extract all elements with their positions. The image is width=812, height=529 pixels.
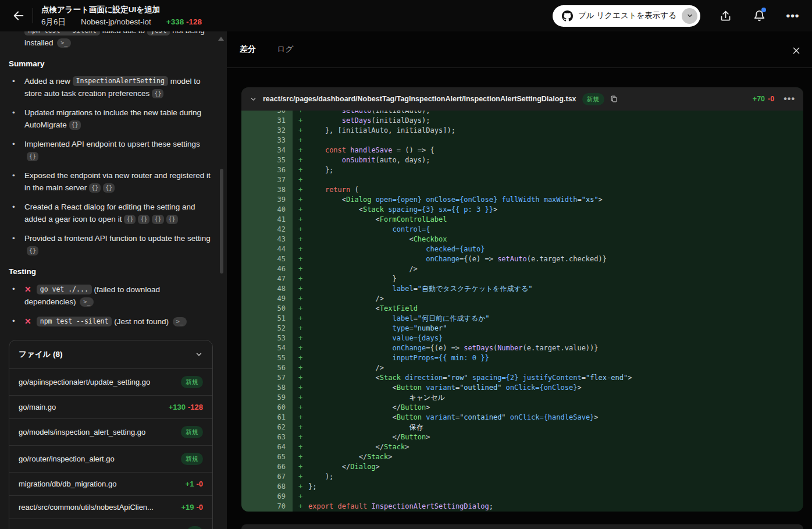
diff-added-marker: + [293,235,308,244]
diff-added-marker: + [293,244,308,254]
code-diff-area[interactable]: 30+ setAuto(initialAuto);31+ setDays(ini… [241,111,803,512]
diff-line: 50+ <TextField [241,304,803,314]
file-row[interactable]: go/apiinspectionalert/update_setting.go新… [9,368,212,395]
code-chip: InspectionAlertSetting [73,76,168,86]
code-text: setDays(initialDays); [308,116,803,126]
diff-added-marker: + [293,155,308,165]
terminal-log-icon[interactable]: >_ [80,297,94,307]
list-item: •✕go vet ./... (failed to download depen… [9,283,213,308]
list-item: •Updated migrations to include the new t… [9,107,213,131]
close-panel-button[interactable] [790,44,803,57]
total-deletions: -128 [186,17,202,26]
new-file-badge: 新規 [187,526,203,529]
diff-file-header[interactable]: react/src/pages/dashboard/NobestTag/TagI… [241,87,803,111]
line-number: 57 [241,373,293,383]
failed-x-icon: ✕ [24,285,31,294]
code-text: inputProps={{ min: 0 }} [308,353,803,363]
diff-line: 66+ </Dialog> [241,462,803,472]
chevron-down-icon[interactable] [250,95,257,103]
file-row[interactable]: migration/db/db_migration.go+1-0 [9,472,212,495]
file-more-options-button[interactable]: ••• [783,94,795,104]
code-text: </Button> [308,403,803,413]
bullet-dot: • [9,170,24,194]
diff-line: 52+ type="number" [241,324,803,333]
diff-line: 69+ [241,492,803,502]
diff-added-marker: + [293,452,308,462]
new-file-badge: 新規 [181,453,203,465]
line-number: 34 [241,145,293,155]
code-reference-icon[interactable]: {} [152,215,163,224]
terminal-log-icon[interactable]: >_ [57,38,71,48]
files-card-header[interactable]: ファイル (8) [9,340,212,368]
more-options-button[interactable]: ••• [784,7,802,24]
diff-added-marker: + [293,502,308,512]
code-text: </Button> [308,432,803,442]
view-pull-request-button[interactable]: プル リクエストを表示する [553,5,700,27]
diff-line: 39+ <Dialog open={open} onClose={onClose… [241,195,803,205]
diff-added-marker: + [293,423,308,432]
code-text [308,136,803,145]
code-text: <Button variant="outlined" onClick={onCl… [308,383,803,393]
diff-line: 57+ <Stack direction="row" spacing={2} j… [241,373,803,383]
code-reference-icon[interactable]: {} [103,183,115,193]
code-reference-icon[interactable]: {} [27,246,38,255]
code-reference-icon[interactable]: {} [124,215,136,224]
code-text: <Stack spacing={3} sx={{ p: 3 }}> [308,205,803,215]
diff-line: 36+ }; [241,165,803,175]
file-row[interactable]: go/router/inspection_alert.go新規 [9,445,212,472]
code-reference-icon[interactable]: {} [138,215,149,224]
code-reference-icon[interactable]: {} [27,152,38,161]
copy-path-button[interactable] [610,95,618,103]
diff-added-marker: + [293,432,308,442]
code-text: </Dialog> [308,462,803,472]
diff-line: 60+ </Button> [241,403,803,413]
code-reference-icon[interactable]: {} [89,183,101,193]
session-sidebar[interactable]: npm test --silent failed due to jest not… [0,31,227,529]
code-reference-icon[interactable]: {} [166,215,178,224]
diff-line: 63+ </Button> [241,432,803,442]
summary-list: •Added a new InspectionAlertSetting mode… [9,76,213,257]
tab-log[interactable]: ログ [277,44,294,55]
file-row[interactable]: go/models/inspection_alert_setting.go新規 [9,418,212,445]
code-reference-icon[interactable]: {} [152,89,163,98]
file-row[interactable]: go/main.go+130-128 [9,395,212,418]
diff-line: 67+ ); [241,472,803,482]
code-text: <TextField [308,304,803,314]
code-reference-icon[interactable]: {} [69,120,81,130]
diff-line: 53+ value={days} [241,333,803,343]
pr-dropdown-button[interactable] [682,8,697,24]
summary-heading: Summary [9,59,213,68]
files-card: ファイル (8) go/apiinspectionalert/update_se… [9,340,213,529]
line-number: 63 [241,432,293,442]
file-row[interactable]: react/src/common/utils/nobestApiClien...… [9,495,212,519]
tab-diff[interactable]: 差分 [240,44,256,55]
back-button[interactable] [7,4,30,27]
code-text: <FormControlLabel [308,215,803,225]
code-text: export default InspectionAlertSettingDia… [308,502,803,512]
diff-added-marker: + [293,442,308,452]
file-name: go/router/inspection_alert.go [19,455,175,463]
line-number: 70 [241,502,293,512]
text: Exposed the endpoint via new router and … [24,171,211,192]
list-item: •✕npm test --silent (Jest not found) >_ [9,315,213,328]
file-row[interactable]: react/src/pages/dashboard/NobestTag/T...… [9,519,212,529]
line-number: 45 [241,254,293,264]
code-chip: go vet ./... [37,285,92,294]
diff-line: 61+ <Button variant="contained" onClick=… [241,413,803,423]
share-button[interactable] [717,7,734,24]
diff-line: 44+ checked={auto} [241,244,803,254]
file-name: react/src/common/utils/nobestApiClien... [19,503,175,512]
bullet-dot: • [9,283,24,308]
line-number: 51 [241,314,293,324]
diff-line: 64+ </Stack> [241,442,803,452]
code-text: onChange={(e) => setAuto(e.target.checke… [308,254,803,264]
diff-panel: 差分 ログ react/src/pages/dashboard/NobestTa… [227,31,812,529]
terminal-log-icon[interactable]: >_ [173,317,187,326]
notifications-button[interactable] [750,7,768,24]
code-text: <Stack direction="row" spacing={2} justi… [308,373,803,383]
code-text: }; [308,165,803,175]
file-name: go/models/inspection_alert_setting.go [19,428,175,436]
sidebar-scrollbar[interactable] [220,169,223,274]
scrollbar-up-arrow[interactable] [218,37,224,41]
github-icon [562,10,573,22]
